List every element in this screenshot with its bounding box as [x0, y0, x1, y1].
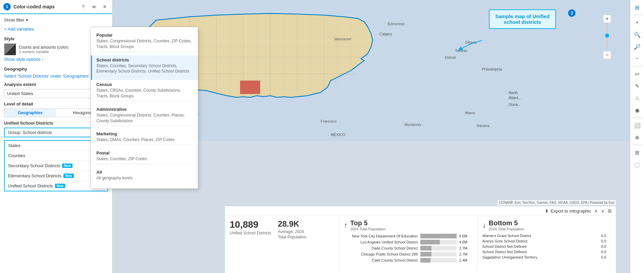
divider4	[633, 145, 642, 145]
zoom-out-btn[interactable]: −	[603, 51, 611, 59]
stats-panel: 10,889 Unified School Districts 28.9K Av…	[225, 216, 339, 270]
edit-icon[interactable]: ✎	[632, 81, 643, 91]
zoom-in-btn[interactable]: +	[603, 15, 611, 23]
style-icon	[4, 43, 16, 55]
zoom-track	[606, 24, 608, 50]
dropdown-divider	[96, 126, 192, 126]
bottom5-title: Bottom 5	[489, 219, 524, 227]
collapse-up-btn[interactable]: ∧	[594, 208, 598, 214]
grid-icon[interactable]: ⊞	[632, 2, 643, 13]
dropdown-item-administrative[interactable]: AdministrativeStates, Congressional Dist…	[91, 105, 198, 130]
stat-avg-sub: Total Population	[278, 235, 306, 239]
style-type: Counts and amounts (color)	[19, 45, 68, 50]
svg-text:Edmonton: Edmonton	[388, 22, 405, 26]
arrow-annotation	[455, 37, 486, 54]
new-badge: New	[55, 184, 65, 188]
svg-text:Ocea...: Ocea...	[509, 102, 520, 106]
window-icon[interactable]: ⬜	[632, 120, 643, 131]
dropdown-item-school-districts[interactable]: School districtsStates, Counties, Second…	[91, 55, 198, 80]
divider2	[633, 66, 642, 66]
bottom5-row: Warners Grant School District0.0	[482, 234, 611, 238]
map-attribution: CONANP, Esri, TomTom, Garmin, FAO, NOAA,…	[498, 200, 616, 205]
bottom5-sub: 2024 Total Population	[489, 227, 524, 231]
bottom5-row: School District Not Defined0.0	[482, 244, 611, 248]
step1-badge: 1	[3, 3, 11, 10]
top5-row: New York City Department Of Education8.6…	[344, 234, 473, 238]
svg-text:Francisco: Francisco	[321, 119, 337, 123]
dropdown-divider	[96, 145, 192, 145]
share-icon[interactable]: ⬚	[632, 159, 643, 170]
svg-text:Philadelphia: Philadelphia	[482, 67, 502, 71]
search-zoom-icon[interactable]: 🔍	[632, 29, 643, 40]
undo-icon[interactable]: ↩	[632, 69, 643, 79]
top5-row: Dade County School District2.7M	[344, 246, 473, 251]
show-filter[interactable]: Show filter ▾	[4, 17, 108, 22]
bottom5-rows: Warners Grant School District0.0Averys G…	[482, 234, 611, 259]
close-icon[interactable]: ✕	[101, 3, 109, 11]
svg-text:MÉXICO: MÉXICO	[331, 133, 346, 137]
svg-text:Havana: Havana	[477, 124, 490, 128]
step3-badge: 3	[568, 9, 576, 17]
dropdown-divider	[96, 52, 192, 52]
bottom5-panel: ↓ Bottom 5 2024 Total Population Warners…	[478, 216, 616, 270]
bottom5-row: School District Not Defined0.0	[482, 250, 611, 254]
dropdown-divider	[96, 101, 192, 101]
top5-row: Chicago Public School District 2992.7M	[344, 252, 473, 257]
new-badge: New	[62, 164, 73, 168]
bottom-content: 10,889 Unified School Districts 28.9K Av…	[225, 216, 616, 270]
dropdown-item-census[interactable]: CensusStates, CBSAs, Counties, County Su…	[91, 80, 198, 105]
divider3	[633, 118, 642, 118]
bottom-toolbar: ⬆ Export to Infographic ∧ ∨ ⊞	[225, 206, 616, 216]
bottom5-header: ↓ Bottom 5 2024 Total Population	[482, 219, 611, 231]
bottom5-row: Averys Gore School District0.0	[482, 239, 611, 243]
dropdown-item-all[interactable]: AllAll geography levels	[91, 168, 198, 185]
top5-sub: 2024 Total Population	[350, 227, 386, 231]
dropdown-overlay: PopularStates, Congressional Districts, …	[91, 27, 198, 189]
svg-text:Monterrey: Monterrey	[405, 123, 421, 127]
svg-text:North: North	[509, 91, 518, 95]
svg-text:Vancouver: Vancouver	[334, 37, 352, 41]
collapse-icon[interactable]: ≪	[90, 3, 98, 11]
bottom-panel: ⬆ Export to Infographic ∧ ∨ ⊞ 10,889 Uni…	[225, 206, 616, 273]
export-btn[interactable]: ⬆ Export to Infographic	[545, 209, 591, 214]
table-icon[interactable]: ⊞	[632, 147, 643, 158]
stat-count-label: Unified School Districts	[230, 231, 271, 235]
grid-view-btn[interactable]: ⊞	[608, 208, 612, 214]
tab-geographies[interactable]: Geographies	[4, 109, 56, 117]
bottom5-arrow: ↓	[482, 221, 486, 230]
panel-header: 1 Color-coded maps ? ≪ ✕	[0, 0, 112, 14]
svg-text:Calgary: Calgary	[379, 32, 392, 36]
stat-count: 10,889	[230, 219, 271, 230]
bottom5-row: Sagadahoc Unorganized Territory0.0	[482, 255, 611, 259]
locate-icon[interactable]: ◉	[632, 105, 643, 116]
minus-icon[interactable]: −	[632, 53, 643, 64]
dropdown-item-popular[interactable]: PopularStates, Congressional Districts, …	[91, 31, 198, 55]
dropdown-item-postal[interactable]: PostalStates, Counties, ZIP Codes	[91, 148, 198, 168]
zoom-handle[interactable]	[605, 34, 609, 38]
dropdown-divider	[96, 164, 192, 164]
zoom-controls: + −	[603, 15, 611, 59]
top5-row: Los Angeles Unified School District4.6M	[344, 240, 473, 244]
dropdown-divider	[96, 76, 192, 77]
target-icon[interactable]: ⊕	[632, 132, 643, 143]
plus-icon[interactable]: +	[632, 17, 643, 28]
chevron-right-icon: ›	[42, 57, 43, 62]
style-info: Counts and amounts (color) 1 numeric var…	[19, 45, 68, 54]
callout-box: Sample map of Unified school districts	[489, 9, 556, 29]
top5-title: Top 5	[350, 219, 386, 227]
chevron-down-icon: ▾	[26, 17, 28, 22]
home-icon[interactable]: ⌂	[632, 93, 643, 103]
panel-header-icons: ? ≪ ✕	[79, 3, 109, 11]
divider1	[633, 15, 642, 15]
panel-title: Color-coded maps	[13, 4, 79, 9]
search-icon[interactable]: 🔎	[632, 41, 643, 52]
svg-rect-23	[240, 81, 260, 94]
top5-rows: New York City Department Of Education8.6…	[344, 234, 473, 263]
svg-text:Detroit: Detroit	[445, 55, 456, 59]
top5-panel: ↑ Top 5 2024 Total Population New York C…	[339, 216, 478, 270]
style-sub: 1 numeric variable	[19, 50, 68, 54]
dropdown-item-marketing[interactable]: MarketingStates, DMAs, Counties, Places,…	[91, 129, 198, 148]
right-toolbar: ⊞ + 🔍 🔎 − ↩ ✎ ⌂ ◉ ⬜ ⊕ ⊞ ⬚	[630, 0, 644, 273]
collapse-down-btn[interactable]: ∨	[601, 208, 604, 214]
help-icon[interactable]: ?	[79, 3, 87, 11]
